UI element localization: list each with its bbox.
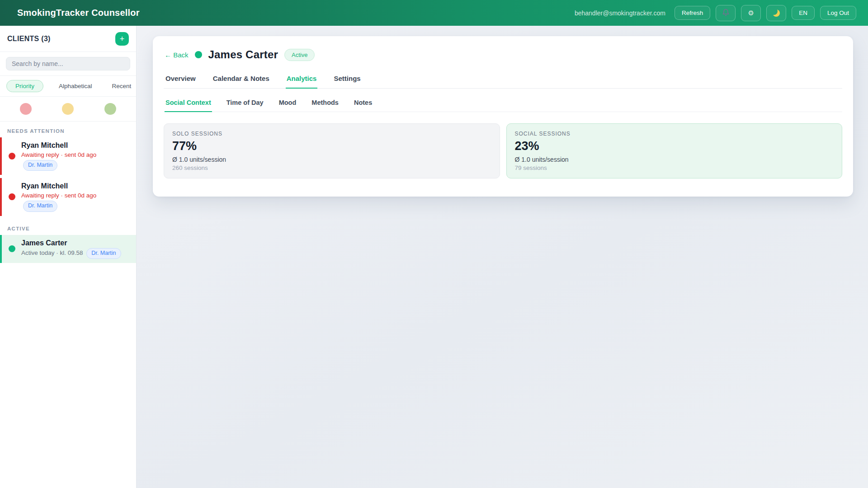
alert-status-dot [9,153,15,160]
section-label-needs-attention: NEEDS ATTENTION [0,122,136,137]
tab-analytics[interactable]: Analytics [286,70,318,89]
moon-icon [773,9,780,17]
subtab-social-context[interactable]: Social Context [165,95,212,112]
client-status-line: Awaiting reply · sent 0d ago Dr. Martin [21,150,127,171]
gear-icon: ⚙ [748,9,754,16]
avatar-yellow[interactable] [62,103,74,115]
sidebar-search [0,52,136,76]
status-badge: Active [284,49,315,61]
client-avatars-row [0,97,136,122]
client-name: Ryan Mitchell [21,141,127,150]
subtab-methods[interactable]: Methods [311,95,340,112]
client-detail-card: ← Back James Carter Active Overview Cale… [153,36,853,197]
stat-label: SOLO SESSIONS [172,131,491,137]
add-client-button[interactable]: + [115,32,129,46]
filter-priority[interactable]: Priority [6,80,43,92]
language-button[interactable]: EN [792,6,815,20]
detail-tabs: Overview Calendar & Notes Analytics Sett… [164,70,842,89]
filter-alphabetical[interactable]: Alphabetical [54,80,97,92]
stat-avg-units: Ø 1.0 units/session [515,156,834,163]
back-link[interactable]: ← Back [165,51,189,59]
client-info: Ryan Mitchell Awaiting reply · sent 0d a… [21,141,127,171]
plus-icon: + [120,35,125,43]
header-actions: behandler@smokingtracker.com Refresh ⚙ E… [575,5,856,21]
client-list-item[interactable]: Ryan Mitchell Awaiting reply · sent 0d a… [0,178,136,216]
app-header: SmokingTracker Counsellor behandler@smok… [0,0,868,26]
app-layout: CLIENTS (3) + Priority Alphabetical Rece… [0,26,868,488]
tab-overview[interactable]: Overview [165,70,197,89]
client-name: James Carter [21,239,121,247]
stat-session-count: 260 sessions [172,164,491,171]
main-content: ← Back James Carter Active Overview Cale… [137,26,868,488]
client-status-line: Awaiting reply · sent 0d ago Dr. Martin [21,191,127,211]
clients-count-heading: CLIENTS (3) [7,35,51,43]
active-status-dot [9,245,15,252]
settings-button[interactable]: ⚙ [741,5,761,21]
stat-session-count: 79 sessions [515,164,834,171]
assignee-badge: Dr. Martin [23,160,57,171]
refresh-button[interactable]: Refresh [675,6,710,20]
subtab-time-of-day[interactable]: Time of Day [226,95,264,112]
client-detail-header: ← Back James Carter Active [164,48,842,61]
tab-calendar-notes[interactable]: Calendar & Notes [212,70,270,89]
client-list-item-selected[interactable]: James Carter Active today · kl. 09.58 Dr… [0,235,136,263]
stat-avg-units: Ø 1.0 units/session [172,156,491,163]
avatar-pink[interactable] [20,103,32,115]
social-sessions-card: SOCIAL SESSIONS 23% Ø 1.0 units/session … [506,123,843,178]
client-active-dot [195,51,202,58]
assignee-badge: Dr. Martin [23,201,57,211]
client-status-line: Active today · kl. 09.58 Dr. Martin [21,248,121,259]
filter-recent[interactable]: Recent [108,80,136,92]
app-title: SmokingTracker Counsellor [17,8,140,18]
sort-filter-bar: Priority Alphabetical Recent [0,76,136,97]
client-list-item[interactable]: Ryan Mitchell Awaiting reply · sent 0d a… [0,137,136,175]
notifications-button[interactable] [716,5,736,21]
section-label-active: ACTIVE [0,219,136,235]
client-name: Ryan Mitchell [21,182,127,190]
stat-value: 77% [172,139,491,153]
social-context-stats: SOLO SESSIONS 77% Ø 1.0 units/session 26… [164,123,842,178]
client-status-text: Awaiting reply · sent 0d ago [21,192,96,199]
user-email: behandler@smokingtracker.com [575,9,665,17]
sidebar-header: CLIENTS (3) + [0,26,136,52]
tab-settings[interactable]: Settings [333,70,361,89]
subtab-mood[interactable]: Mood [278,95,297,112]
stat-label: SOCIAL SESSIONS [515,131,834,137]
clients-sidebar: CLIENTS (3) + Priority Alphabetical Rece… [0,26,137,488]
bell-icon [722,9,730,18]
stat-value: 23% [515,139,834,153]
solo-sessions-card: SOLO SESSIONS 77% Ø 1.0 units/session 26… [164,123,500,178]
client-info: Ryan Mitchell Awaiting reply · sent 0d a… [21,182,127,211]
client-info: James Carter Active today · kl. 09.58 Dr… [21,239,121,259]
dark-mode-toggle[interactable] [766,5,786,21]
analytics-subtabs: Social Context Time of Day Mood Methods … [164,95,842,112]
avatar-green[interactable] [104,103,116,115]
client-status-text: Active today · kl. 09.58 [21,249,83,256]
assignee-badge: Dr. Martin [86,248,121,259]
client-detail-title: James Carter [208,48,278,61]
client-status-text: Awaiting reply · sent 0d ago [21,151,96,158]
alert-status-dot [9,193,15,200]
logout-button[interactable]: Log Out [820,6,856,20]
search-input[interactable] [6,57,130,70]
subtab-notes[interactable]: Notes [353,95,373,112]
